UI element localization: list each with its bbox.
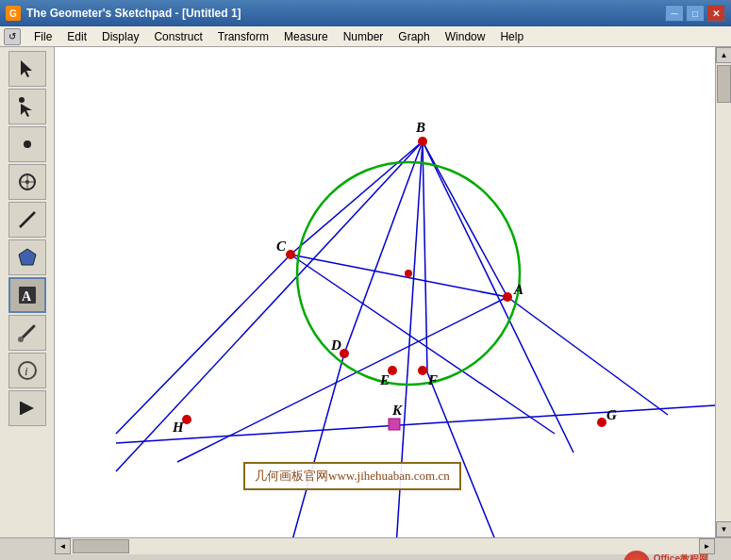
svg-line-30 — [291, 255, 507, 297]
svg-point-34 — [405, 270, 412, 277]
window-title: The Geometer's Sketchpad - [Untitled 1] — [26, 7, 665, 20]
office-badge: O Office教程网 www.office26.com — [623, 551, 722, 560]
svg-line-25 — [427, 372, 498, 537]
scroll-thumb[interactable] — [717, 65, 731, 103]
svg-line-28 — [291, 141, 423, 255]
svg-marker-16 — [21, 402, 34, 415]
close-button[interactable]: ✕ — [706, 5, 725, 22]
label-F: F — [427, 372, 438, 387]
label-K: K — [391, 403, 403, 418]
svg-point-37 — [503, 292, 512, 302]
svg-rect-43 — [389, 419, 400, 430]
svg-point-35 — [418, 137, 427, 146]
menu-measure[interactable]: Measure — [276, 28, 336, 45]
arrow-icon — [17, 58, 38, 79]
menu-display[interactable]: Display — [94, 28, 146, 45]
svg-line-27 — [177, 297, 507, 462]
svg-line-18 — [116, 141, 423, 471]
marker-tool[interactable] — [8, 315, 46, 351]
menu-bar: ↺ File Edit Display Construct Transform … — [0, 26, 731, 47]
svg-point-2 — [19, 97, 25, 103]
label-G: G — [606, 407, 617, 422]
svg-line-8 — [20, 212, 35, 227]
point-icon — [17, 134, 38, 155]
canvas-area[interactable]: B C A D E F K H G 几何画板官网www.jihehuaban.c… — [55, 47, 715, 537]
h-scrollbar[interactable]: ◄ ► — [55, 538, 715, 554]
scroll-left-button[interactable]: ◄ — [55, 538, 71, 554]
h-scroll-thumb[interactable] — [73, 539, 129, 553]
svg-text:A: A — [22, 289, 32, 304]
svg-line-21 — [116, 405, 715, 443]
polygon-icon — [17, 247, 38, 268]
watermark-text: 几何画板官网www.jihehuaban.com.cn — [255, 469, 450, 483]
svg-line-24 — [291, 354, 344, 537]
main-area: A i — [0, 47, 731, 537]
animation-icon — [17, 398, 38, 419]
polygon-tool[interactable] — [8, 239, 46, 275]
label-E: E — [379, 372, 390, 387]
compass-tool[interactable] — [8, 164, 46, 200]
label-B: B — [415, 120, 425, 135]
svg-text:i: i — [25, 364, 28, 378]
toolbar: A i — [0, 47, 55, 537]
office-logo: O — [623, 551, 650, 560]
text-tool[interactable]: A — [8, 277, 46, 313]
move-tool[interactable] — [8, 89, 46, 124]
menu-construct[interactable]: Construct — [146, 28, 209, 45]
title-bar: G The Geometer's Sketchpad - [Untitled 1… — [0, 0, 731, 26]
animation-tool[interactable] — [8, 390, 46, 426]
menu-edit[interactable]: Edit — [59, 28, 94, 45]
menu-help[interactable]: Help — [492, 28, 531, 45]
menu-window[interactable]: Window — [438, 28, 493, 45]
label-C: C — [276, 239, 287, 254]
app-icon: G — [6, 6, 21, 21]
info-tool[interactable]: i — [8, 353, 46, 388]
select-tool[interactable] — [8, 51, 46, 87]
svg-line-19 — [423, 141, 573, 453]
svg-line-22 — [116, 255, 291, 434]
info-icon: i — [17, 360, 38, 381]
window-controls: ─ □ ✕ — [665, 5, 725, 22]
label-H: H — [172, 420, 185, 435]
minimize-button[interactable]: ─ — [665, 5, 684, 22]
straightedge-tool[interactable] — [8, 202, 46, 238]
svg-marker-1 — [21, 104, 32, 117]
svg-point-42 — [597, 418, 606, 427]
move-arrow-icon — [17, 96, 38, 117]
label-A: A — [513, 282, 523, 297]
text-icon: A — [17, 285, 38, 305]
menu-number[interactable]: Number — [336, 28, 391, 45]
svg-line-23 — [507, 297, 668, 415]
marker-icon — [17, 322, 38, 343]
svg-marker-9 — [19, 249, 36, 265]
office-text: Office教程网 www.office26.com — [654, 553, 722, 560]
menu-file[interactable]: File — [26, 28, 59, 45]
restore-button[interactable]: □ — [686, 5, 705, 22]
scroll-up-button[interactable]: ▲ — [716, 47, 731, 63]
svg-point-3 — [24, 140, 31, 148]
svg-point-40 — [418, 366, 427, 375]
compass-icon — [17, 172, 38, 192]
scroll-down-button[interactable]: ▼ — [716, 521, 731, 537]
refresh-icon[interactable]: ↺ — [4, 28, 21, 45]
line-icon — [17, 209, 38, 230]
menu-transform[interactable]: Transform — [210, 28, 276, 45]
scroll-track[interactable] — [716, 63, 731, 521]
h-scroll-track[interactable] — [71, 538, 699, 554]
right-scrollbar[interactable]: ▲ ▼ — [715, 47, 731, 537]
watermark: 几何画板官网www.jihehuaban.com.cn — [243, 462, 461, 490]
svg-point-36 — [286, 250, 295, 259]
svg-marker-0 — [21, 60, 32, 77]
label-D: D — [330, 338, 341, 353]
office-line1: Office教程网 — [654, 553, 722, 560]
menu-graph[interactable]: Graph — [390, 28, 437, 45]
svg-point-13 — [18, 337, 24, 342]
point-tool[interactable] — [8, 126, 46, 162]
